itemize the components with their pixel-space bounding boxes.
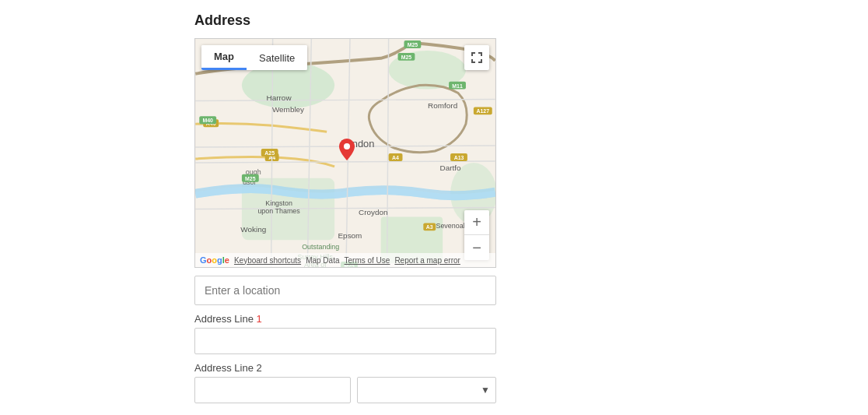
map-tab-satellite[interactable]: Satellite [247,45,307,70]
location-search-input[interactable] [194,276,496,305]
address-line1-label: Address Line 1 [194,313,496,325]
svg-text:Wembley: Wembley [272,105,304,114]
address-line2-row: ▼ [194,377,496,403]
svg-text:M25: M25 [408,42,418,47]
svg-text:A13: A13 [454,155,464,160]
section-title: Address [194,12,868,29]
terms-link[interactable]: Terms of Use [344,256,390,265]
svg-text:Dartfo: Dartfo [440,164,462,172]
svg-text:M25: M25 [401,55,412,60]
address-line2-select[interactable] [357,377,496,403]
fullscreen-icon [471,51,483,64]
google-logo: Google [200,255,229,265]
map-footer: Google Keyboard shortcuts Map Data Terms… [195,253,495,267]
zoom-in-button[interactable]: + [464,210,489,235]
form-section: Address Line 1 Address Line 2 ▼ [194,276,496,403]
map-tab-map[interactable]: Map [201,45,247,70]
svg-text:Outstanding: Outstanding [302,243,339,251]
address-line1-input[interactable] [194,328,496,354]
svg-point-63 [344,143,350,149]
svg-text:A3: A3 [426,224,433,230]
svg-text:A25: A25 [264,150,275,156]
svg-text:Croydon: Croydon [359,208,388,216]
svg-text:A127: A127 [476,108,489,114]
address-line2-select-wrapper: ▼ [357,377,496,403]
svg-text:A4: A4 [392,155,399,160]
address-line1-required: 1 [257,313,262,325]
address-line2-label: Address Line 2 [194,362,496,374]
svg-text:M40: M40 [202,118,213,123]
map-data-label: Map Data [306,256,339,265]
report-link[interactable]: Report a map error [394,256,460,265]
address-line2-input[interactable] [194,377,351,403]
svg-text:Romford: Romford [428,101,457,110]
svg-text:M25: M25 [245,176,256,181]
page-container: Address M25 [0,0,868,403]
svg-text:Sevenoal: Sevenoal [436,222,464,230]
map-marker [339,139,355,160]
map-container: M25 A40 A4 M40 A3 A21 [194,38,496,268]
map-fullscreen-button[interactable] [464,45,489,70]
svg-text:Harrow: Harrow [267,93,292,102]
keyboard-shortcuts-link[interactable]: Keyboard shortcuts [234,256,301,265]
map-tabs: Map Satellite [201,45,307,70]
svg-text:Kingston: Kingston [265,199,292,207]
svg-text:upon Thames: upon Thames [257,207,300,215]
svg-text:Epsom: Epsom [338,231,362,240]
svg-text:Woking: Woking [240,225,266,234]
svg-text:M11: M11 [452,83,463,89]
